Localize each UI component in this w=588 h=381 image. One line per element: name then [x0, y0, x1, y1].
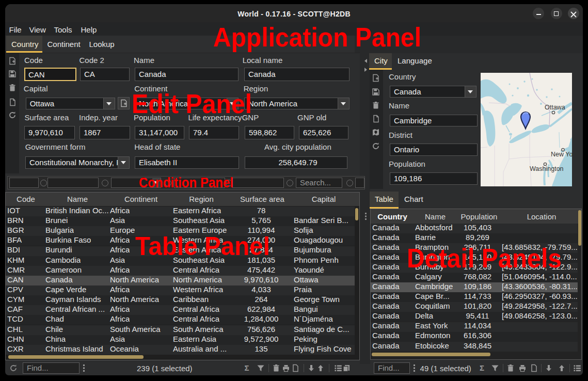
svg-text:Washington: Washington [530, 165, 564, 172]
svg-text:Ottawa: Ottawa [545, 104, 565, 111]
svg-text:New Yo: New Yo [551, 151, 572, 158]
